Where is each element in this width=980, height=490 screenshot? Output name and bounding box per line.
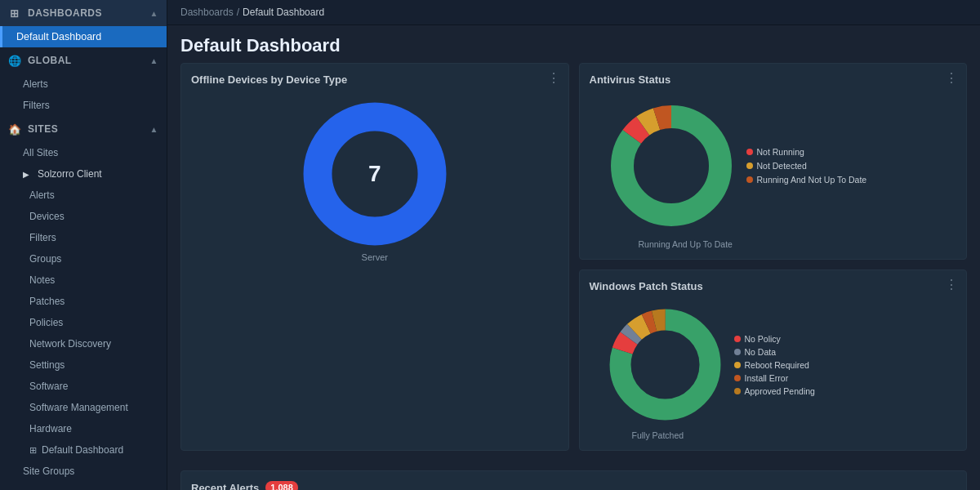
reboot-dot xyxy=(734,362,741,368)
alerts-title: Recent Alerts xyxy=(191,482,259,491)
sidebar-item-solzorro-software[interactable]: Software xyxy=(0,376,167,397)
sidebar-item-default-dashboard[interactable]: Default Dashboard xyxy=(0,26,167,47)
offline-devices-card: Offline Devices by Device Type ⋮ 7 Serve… xyxy=(180,63,569,451)
dashboards-icon: ⊞ xyxy=(8,7,21,20)
main-content: Dashboards / Default Dashboard Default D… xyxy=(167,0,980,490)
offline-donut-wrapper: 7 xyxy=(301,100,448,247)
not-detected-dot xyxy=(746,163,753,169)
legend-not-up-to-date: Running And Not Up To Date xyxy=(746,175,867,185)
breadcrumb: Dashboards / Default Dashboard xyxy=(167,0,980,25)
antivirus-donut-svg xyxy=(606,100,737,231)
legend-install-error: Install Error xyxy=(734,373,815,383)
sidebar-item-solzorro[interactable]: ▶ Solzorro Client xyxy=(0,163,167,185)
offline-chart-area: 7 Server xyxy=(191,92,559,266)
sidebar-item-solzorro-default-dashboard[interactable]: ⊞ Default Dashboard xyxy=(0,439,167,461)
not-up-to-date-dot xyxy=(746,176,753,183)
alerts-header: Recent Alerts 1,088 xyxy=(191,481,956,490)
sidebar-section-dashboards[interactable]: ⊞ Dashboards ▲ xyxy=(0,0,167,26)
offline-devices-menu[interactable]: ⋮ xyxy=(547,72,560,85)
page-title: Default Dashboard xyxy=(180,35,967,56)
breadcrumb-separator: / xyxy=(237,7,239,18)
sidebar-item-all-sites[interactable]: All Sites xyxy=(0,142,167,163)
antivirus-content: Not Running Not Detected Running And Not… xyxy=(590,92,957,239)
sidebar-item-solzorro-settings[interactable]: Settings xyxy=(0,354,167,376)
offline-center-value: 7 xyxy=(368,161,381,187)
dashboard-content: Offline Devices by Device Type ⋮ 7 Serve… xyxy=(167,63,980,490)
antivirus-donut-wrapper xyxy=(606,100,737,231)
sidebar-item-solzorro-alerts[interactable]: Alerts xyxy=(0,185,167,206)
sidebar-item-solzorro-patches[interactable]: Patches xyxy=(0,291,167,312)
sidebar-item-solzorro-devices[interactable]: Devices xyxy=(0,206,167,227)
install-error-dot xyxy=(734,375,741,381)
charts-row: Offline Devices by Device Type ⋮ 7 Serve… xyxy=(180,63,967,461)
patch-donut-svg xyxy=(606,305,724,424)
legend-reboot: Reboot Required xyxy=(734,360,815,370)
antivirus-title: Antivirus Status xyxy=(590,74,957,86)
breadcrumb-parent[interactable]: Dashboards xyxy=(180,7,234,18)
alerts-count-badge: 1,088 xyxy=(265,481,298,490)
patch-menu[interactable]: ⋮ xyxy=(945,278,958,292)
sidebar-item-solzorro-notes[interactable]: Notes xyxy=(0,270,167,291)
patch-title: Windows Patch Status xyxy=(590,280,957,292)
global-chevron: ▲ xyxy=(150,56,158,65)
patch-content: No Policy No Data Reboot Required Instal… xyxy=(590,299,957,430)
sidebar-item-solzorro-hardware[interactable]: Hardware xyxy=(0,418,167,439)
breadcrumb-current: Default Dashboard xyxy=(243,7,324,18)
antivirus-card: Antivirus Status ⋮ xyxy=(579,63,968,260)
sites-icon: 🏠 xyxy=(8,122,21,136)
dashboard-grid-icon: ⊞ xyxy=(29,445,37,456)
patch-donut-wrapper xyxy=(606,305,724,424)
sidebar-item-solzorro-network[interactable]: Network Discovery xyxy=(0,333,167,354)
patch-legend: No Policy No Data Reboot Required Instal… xyxy=(734,334,815,396)
antivirus-menu[interactable]: ⋮ xyxy=(945,72,958,85)
offline-label-below: Server xyxy=(362,252,388,262)
legend-no-data: No Data xyxy=(734,347,815,357)
sidebar-item-site-groups[interactable]: Site Groups xyxy=(0,461,167,482)
sidebar-section-sites[interactable]: 🏠 Sites ▲ xyxy=(0,116,167,142)
no-data-dot xyxy=(734,349,741,355)
recent-alerts-card: Recent Alerts 1,088 Resolve ! Created ▲ … xyxy=(180,470,967,490)
sidebar-item-global-filters[interactable]: Filters xyxy=(0,95,167,116)
windows-patch-card: Windows Patch Status ⋮ No Policy xyxy=(579,270,968,451)
sidebar-item-solzorro-software-mgmt[interactable]: Software Management xyxy=(0,397,167,418)
sidebar: ⊞ Dashboards ▲ Default Dashboard 🌐 Globa… xyxy=(0,0,167,490)
sidebar-section-devices[interactable]: 💻 Devices ▼ xyxy=(0,482,167,490)
legend-approved-pending: Approved Pending xyxy=(734,386,815,396)
sidebar-item-global-alerts[interactable]: Alerts xyxy=(0,74,167,95)
dashboards-chevron: ▲ xyxy=(150,9,158,18)
legend-no-policy: No Policy xyxy=(734,334,815,344)
not-running-dot xyxy=(746,149,753,155)
sites-chevron: ▲ xyxy=(150,125,158,134)
approved-pending-dot xyxy=(734,388,741,394)
page-title-bar: Default Dashboard xyxy=(167,25,980,63)
sidebar-item-solzorro-filters[interactable]: Filters xyxy=(0,227,167,248)
legend-not-detected: Not Detected xyxy=(746,161,867,171)
antivirus-legend: Not Running Not Detected Running And Not… xyxy=(746,147,867,185)
sidebar-item-solzorro-policies[interactable]: Policies xyxy=(0,312,167,333)
patch-label-below: Fully Patched xyxy=(632,430,957,440)
right-column: Antivirus Status ⋮ xyxy=(579,63,968,451)
antivirus-running-label: Running And Up To Date xyxy=(639,239,733,249)
expand-icon: ▶ xyxy=(23,170,29,179)
global-icon: 🌐 xyxy=(8,54,21,67)
antivirus-label-below: Running And Up To Date xyxy=(639,239,957,249)
legend-not-running: Not Running xyxy=(746,147,867,157)
sidebar-section-global[interactable]: 🌐 Global ▲ xyxy=(0,47,167,74)
offline-devices-title: Offline Devices by Device Type xyxy=(191,74,559,86)
sidebar-item-solzorro-groups[interactable]: Groups xyxy=(0,248,167,270)
no-policy-dot xyxy=(734,336,741,342)
